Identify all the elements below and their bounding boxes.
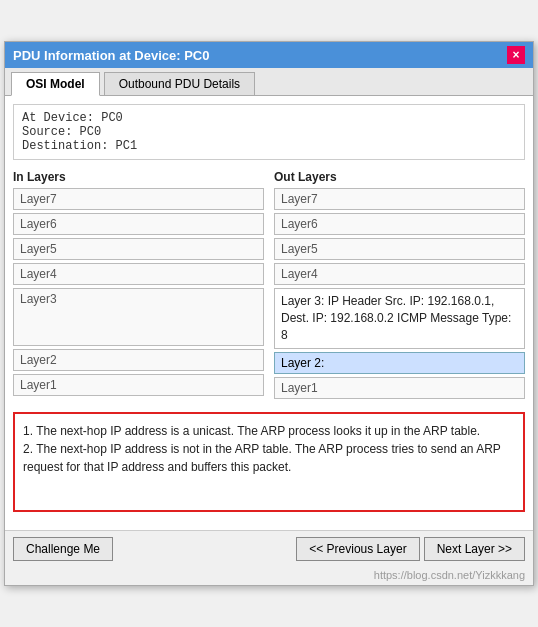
in-layer6[interactable]: Layer6	[13, 213, 264, 235]
in-layer4[interactable]: Layer4	[13, 263, 264, 285]
out-layer4[interactable]: Layer4	[274, 263, 525, 285]
main-window: PDU Information at Device: PC0 × OSI Mod…	[4, 41, 534, 585]
tab-bar: OSI Model Outbound PDU Details	[5, 68, 533, 96]
device-info: At Device: PC0 Source: PC0 Destination: …	[13, 104, 525, 160]
tab-outbound-pdu[interactable]: Outbound PDU Details	[104, 72, 255, 95]
info-line2: Source: PC0	[22, 125, 516, 139]
prev-layer-button[interactable]: << Previous Layer	[296, 537, 419, 561]
out-layer1[interactable]: Layer1	[274, 377, 525, 399]
in-layer1[interactable]: Layer1	[13, 374, 264, 396]
footer: Challenge Me << Previous Layer Next Laye…	[5, 530, 533, 567]
out-layer7[interactable]: Layer7	[274, 188, 525, 210]
in-layer7[interactable]: Layer7	[13, 188, 264, 210]
next-layer-button[interactable]: Next Layer >>	[424, 537, 525, 561]
tab-osi-model[interactable]: OSI Model	[11, 72, 100, 96]
info-line1: At Device: PC0	[22, 111, 516, 125]
out-layer5[interactable]: Layer5	[274, 238, 525, 260]
in-layers-col: In Layers Layer7 Layer6 Layer5 Layer4 La…	[13, 170, 264, 401]
out-layers-col: Out Layers Layer7 Layer6 Layer5 Layer4 L…	[274, 170, 525, 401]
in-layer3[interactable]: Layer3	[13, 288, 264, 346]
in-layer2[interactable]: Layer2	[13, 349, 264, 371]
nav-buttons: << Previous Layer Next Layer >>	[296, 537, 525, 561]
out-layer6[interactable]: Layer6	[274, 213, 525, 235]
out-layers-title: Out Layers	[274, 170, 525, 184]
close-button[interactable]: ×	[507, 46, 525, 64]
out-layer3[interactable]: Layer 3: IP Header Src. IP: 192.168.0.1,…	[274, 288, 525, 348]
watermark: https://blog.csdn.net/Yizkkkang	[5, 567, 533, 585]
challenge-button[interactable]: Challenge Me	[13, 537, 113, 561]
in-layer5[interactable]: Layer5	[13, 238, 264, 260]
description-text: 1. The next-hop IP address is a unicast.…	[23, 424, 501, 474]
description-box: 1. The next-hop IP address is a unicast.…	[13, 412, 525, 512]
window-title: PDU Information at Device: PC0	[13, 48, 210, 63]
content-area: At Device: PC0 Source: PC0 Destination: …	[5, 96, 533, 529]
info-line3: Destination: PC1	[22, 139, 516, 153]
title-bar: PDU Information at Device: PC0 ×	[5, 42, 533, 68]
layers-section: In Layers Layer7 Layer6 Layer5 Layer4 La…	[13, 170, 525, 401]
in-layers-title: In Layers	[13, 170, 264, 184]
out-layer2[interactable]: Layer 2:	[274, 352, 525, 374]
